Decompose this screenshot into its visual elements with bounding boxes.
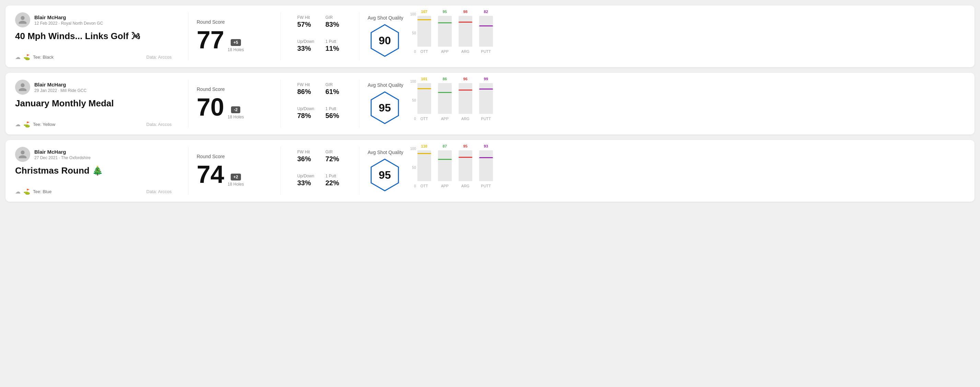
updown-label: Up/Down	[297, 39, 314, 44]
bar-label: PUTT	[481, 117, 491, 121]
quality-col: Avg Shot Quality 95	[368, 149, 403, 192]
score-diff-badge: +2	[231, 174, 241, 181]
bar-value: 110	[421, 144, 427, 148]
fw-hit-label: FW Hit	[297, 15, 314, 20]
updown-cell: Up/Down 33%	[292, 171, 320, 195]
round-score-label: Round Score	[197, 86, 272, 92]
bar-value: 96	[463, 77, 468, 81]
bar-label: OTT	[420, 117, 428, 121]
oneputt-cell: 1 Putt 11%	[320, 36, 348, 60]
oneputt-cell: 1 Putt 22%	[320, 171, 348, 195]
divider	[280, 79, 281, 128]
hexagon-container: 95	[368, 90, 402, 125]
score-value: 74	[197, 162, 224, 187]
bar-background	[479, 83, 493, 114]
bar-marker	[479, 25, 493, 26]
bar-visual	[458, 83, 473, 114]
card-left: Blair McHarg 27 Dec 2021 · The Oxfordshi…	[15, 147, 180, 195]
fw-hit-cell: FW Hit 57%	[292, 12, 320, 36]
score-section: Round Score 70 -2 18 Holes	[197, 79, 272, 128]
oneputt-value: 22%	[325, 179, 342, 187]
score-badge: +5 18 Holes	[228, 39, 244, 52]
holes-label: 18 Holes	[228, 48, 244, 52]
round-score-label: Round Score	[197, 19, 272, 25]
bar-visual	[417, 83, 431, 114]
avg-shot-quality-label: Avg Shot Quality	[368, 149, 403, 155]
user-row: Blair McHarg 29 Jan 2022 · Mill Ride GCC	[15, 79, 172, 95]
score-value: 77	[197, 27, 224, 52]
bar-label: APP	[441, 49, 449, 54]
y-axis: 100 50 0	[410, 12, 417, 60]
divider	[188, 79, 188, 128]
tee-data-row: ☁ ⛳ Tee: Black Data: Arccos	[15, 54, 172, 60]
bar-label: ARG	[461, 184, 469, 188]
updown-cell: Up/Down 78%	[292, 104, 320, 128]
round-title: Christmas Round 🎄	[15, 165, 172, 176]
bar-visual	[458, 150, 473, 181]
bar-value: 87	[443, 144, 447, 148]
oneputt-value: 56%	[325, 112, 342, 120]
gir-value: 61%	[325, 88, 342, 96]
fw-hit-label: FW Hit	[297, 82, 314, 87]
oneputt-cell: 1 Putt 56%	[320, 104, 348, 128]
tee-label: Tee: Black	[33, 54, 54, 60]
fw-hit-value: 36%	[297, 155, 314, 163]
gir-value: 72%	[325, 155, 342, 163]
bar-chart: 100 50 0 107 OTT 95	[410, 12, 965, 60]
bar-group-app: 95 APP	[438, 10, 452, 54]
card-left: Blair McHarg 29 Jan 2022 · Mill Ride GCC…	[15, 79, 180, 128]
gir-cell: GIR 61%	[320, 79, 348, 104]
bar-label: PUTT	[481, 184, 491, 188]
bar-visual	[479, 16, 493, 47]
stats-grid: FW Hit 57% GIR 83% Up/Down 33% 1 Putt 11…	[289, 12, 351, 60]
bar-group-arg: 96 ARG	[458, 77, 473, 121]
round-title: January Monthly Medal	[15, 98, 172, 109]
bar-visual	[479, 83, 493, 114]
gir-label: GIR	[325, 15, 342, 20]
gir-label: GIR	[325, 149, 342, 154]
bar-value: 95	[443, 10, 447, 14]
data-source: Data: Arccos	[146, 122, 172, 127]
bar-background	[417, 16, 431, 47]
user-name: Blair McHarg	[34, 149, 91, 155]
hexagon-container: 90	[368, 23, 402, 58]
score-section: Round Score 74 +2 18 Holes	[197, 147, 272, 195]
bar-value: 98	[463, 10, 468, 14]
bar-background	[479, 150, 493, 181]
hex-score-value: 90	[379, 34, 391, 47]
tee-info: ☁ ⛳ Tee: Black	[15, 54, 54, 60]
bar-visual	[438, 83, 452, 114]
bag-icon: ⛳	[23, 121, 30, 128]
bar-marker	[458, 90, 473, 90]
bar-background	[417, 83, 431, 114]
tee-info: ☁ ⛳ Tee: Yellow	[15, 121, 55, 128]
stats-grid: FW Hit 86% GIR 61% Up/Down 78% 1 Putt 56…	[289, 79, 351, 128]
weather-icon: ☁	[15, 54, 21, 60]
y-axis: 100 50 0	[410, 79, 417, 128]
holes-label: 18 Holes	[228, 114, 244, 119]
quality-section: Avg Shot Quality 95 100 50 0	[368, 79, 965, 128]
card-left: Blair McHarg 12 Feb 2022 · Royal North D…	[15, 12, 180, 60]
score-section: Round Score 77 +5 18 Holes	[197, 12, 272, 60]
tee-label: Tee: Blue	[33, 189, 51, 194]
bar-marker	[438, 22, 452, 23]
bar-marker	[417, 19, 431, 20]
user-info: Blair McHarg 12 Feb 2022 · Royal North D…	[34, 14, 103, 26]
bar-group-arg: 98 ARG	[458, 10, 473, 54]
bar-group-putt: 99 PUTT	[479, 77, 493, 121]
bar-chart: 100 50 0 101 OTT 86	[410, 79, 965, 128]
bars-container: 107 OTT 95 APP 98	[417, 10, 965, 60]
bar-label: ARG	[461, 49, 469, 54]
bar-marker	[479, 157, 493, 158]
score-badge: -2 18 Holes	[228, 106, 244, 119]
bar-visual	[417, 16, 431, 47]
oneputt-value: 11%	[325, 44, 342, 52]
avg-shot-quality-label: Avg Shot Quality	[368, 15, 403, 21]
bars-container: 110 OTT 87 APP 95	[417, 144, 965, 195]
fw-hit-value: 57%	[297, 21, 314, 29]
bar-group-app: 87 APP	[438, 144, 452, 188]
user-name: Blair McHarg	[34, 14, 103, 20]
bar-label: ARG	[461, 117, 469, 121]
divider	[359, 12, 360, 60]
divider	[280, 147, 281, 195]
